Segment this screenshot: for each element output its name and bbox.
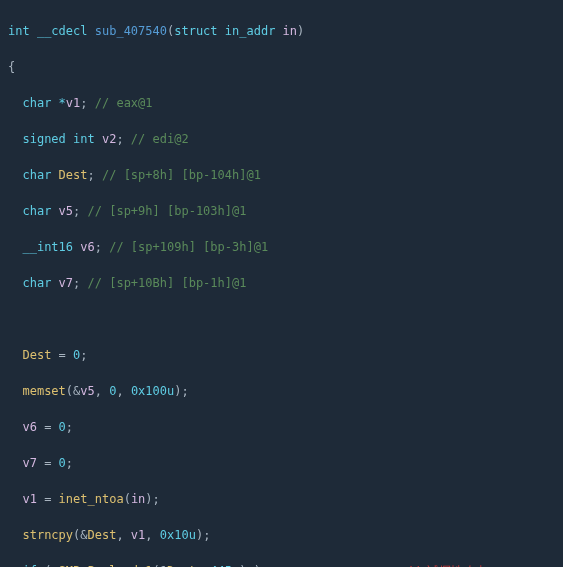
stmt: Dest = 0; — [0, 346, 563, 364]
blank-line — [0, 310, 563, 328]
func-signature: int __cdecl sub_407540(struct in_addr in… — [0, 22, 563, 40]
param-type: struct in_addr — [174, 24, 275, 38]
decl-line: char v5; // [sp+9h] [bp-103h]@1 — [0, 202, 563, 220]
decl-line: char *v1; // eax@1 — [0, 94, 563, 112]
code-view: int __cdecl sub_407540(struct in_addr in… — [0, 4, 563, 567]
ret-type: int — [8, 24, 30, 38]
stmt: v7 = 0; — [0, 454, 563, 472]
stmt: strncpy(&Dest, v1, 0x10u); — [0, 526, 563, 544]
decl-line: __int16 v6; // [sp+109h] [bp-3h]@1 — [0, 238, 563, 256]
if-stmt: if ( SMB_Payload_1(&Dest, 445u) ) // 试探性… — [0, 562, 563, 567]
calling-conv: __cdecl — [37, 24, 88, 38]
param-name: in — [283, 24, 297, 38]
stmt: memset(&v5, 0, 0x100u); — [0, 382, 563, 400]
stmt: v1 = inet_ntoa(in); — [0, 490, 563, 508]
brace-open: { — [0, 58, 563, 76]
func-name: sub_407540 — [95, 24, 167, 38]
decl-line: signed int v2; // edi@2 — [0, 130, 563, 148]
stmt: v6 = 0; — [0, 418, 563, 436]
decl-line: char Dest; // [sp+8h] [bp-104h]@1 — [0, 166, 563, 184]
decl-line: char v7; // [sp+10Bh] [bp-1h]@1 — [0, 274, 563, 292]
